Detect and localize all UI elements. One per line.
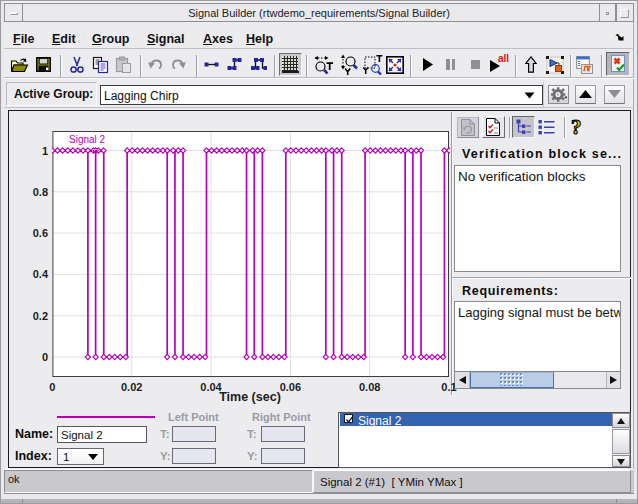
svg-text:?: ? [571,116,582,138]
